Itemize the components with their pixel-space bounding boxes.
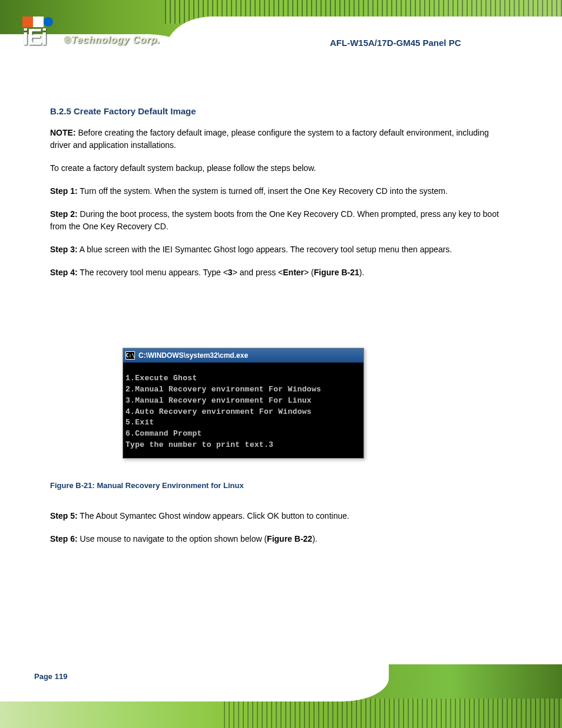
cmd-line-4: 4.Auto Recovery environment For Windows [125, 407, 361, 418]
page-footer-band [0, 664, 562, 728]
step3-text: A blue screen with the IEI Symantec Ghos… [78, 245, 452, 254]
note-label: NOTE: [50, 128, 76, 137]
figure-caption: Figure B-21: Manual Recovery Environment… [50, 481, 244, 490]
step3-label: Step 3: [50, 245, 78, 254]
footer-swoop [0, 664, 389, 701]
step1: Step 1: Turn off the system. When the sy… [50, 185, 510, 197]
iei-logo: iEi [22, 17, 53, 50]
cmd-icon: C:\ [125, 351, 135, 360]
cmd-line-5: 5.Exit [125, 417, 361, 429]
cmd-window: C:\ C:\WINDOWS\system32\cmd.exe 1.Execut… [123, 348, 364, 459]
cmd-body: 1.Execute Ghost 2.Manual Recovery enviro… [123, 363, 363, 458]
logo-tagline: ®Technology Corp. [64, 35, 160, 45]
intro-paragraph: To create a factory default system backu… [50, 162, 510, 174]
step5-label: Step 5: [50, 511, 78, 521]
cmd-line-1: 1.Execute Ghost [125, 373, 361, 384]
logo-text: iEi [22, 25, 53, 50]
page-num: 119 [55, 672, 68, 681]
product-title: AFL-W15A/17D-GM45 Panel PC [330, 38, 461, 48]
step6: Step 6: Use mouse to navigate to the opt… [50, 533, 510, 545]
cmd-title-text: C:\WINDOWS\system32\cmd.exe [138, 351, 248, 360]
step4-label: Step 4: [50, 268, 78, 277]
page-header-band [0, 0, 562, 65]
note-text: Before creating the factory default imag… [50, 128, 489, 150]
step1-text: Turn off the system. When the system is … [78, 186, 448, 196]
cmd-line-2: 2.Manual Recovery environment For Window… [125, 384, 361, 396]
step4-text-c: > ( [304, 268, 314, 277]
step4-text-d: ). [359, 268, 365, 277]
step6-figref: Figure B-22 [267, 534, 312, 543]
step4-text-b: > and press < [233, 268, 283, 277]
step1-label: Step 1: [50, 186, 78, 196]
step4-enter: Enter [283, 268, 304, 277]
step4: Step 4: The recovery tool menu appears. … [50, 266, 510, 279]
cmd-line-7: Type the number to print text.3 [125, 440, 361, 451]
page-label: Page [34, 672, 55, 681]
section-heading: B.2.5 Create Factory Default Image [50, 105, 510, 118]
step3: Step 3: A blue screen with the IEI Syman… [50, 243, 510, 256]
step6-label: Step 6: [50, 534, 78, 543]
cmd-line-6: 6.Command Prompt [125, 429, 361, 440]
note-paragraph: NOTE: Before creating the factory defaul… [50, 127, 510, 151]
step6-text-b: ). [312, 534, 318, 543]
step2-label: Step 2: [50, 209, 78, 219]
step6-text-a: Use mouse to navigate to the option show… [78, 534, 267, 543]
step5-text: The About Symantec Ghost window appears.… [78, 511, 349, 521]
reg-mark: ® [64, 35, 71, 45]
step2: Step 2: During the boot process, the sys… [50, 208, 510, 233]
footer-traces [224, 699, 562, 728]
cmd-titlebar: C:\ C:\WINDOWS\system32\cmd.exe [123, 348, 363, 363]
cmd-line-3: 3.Manual Recovery environment For Linux [125, 396, 361, 407]
step5: Step 5: The About Symantec Ghost window … [50, 510, 510, 522]
lower-content: Step 5: The About Symantec Ghost window … [50, 510, 510, 556]
page-content: B.2.5 Create Factory Default Image NOTE:… [50, 88, 510, 289]
step4-key: 3 [228, 268, 233, 277]
step4-figref: Figure B-21 [314, 268, 359, 277]
page-number: Page 119 [34, 672, 67, 681]
step4-text-a: The recovery tool menu appears. Type < [78, 268, 228, 277]
step2-text: During the boot process, the system boot… [50, 209, 499, 231]
